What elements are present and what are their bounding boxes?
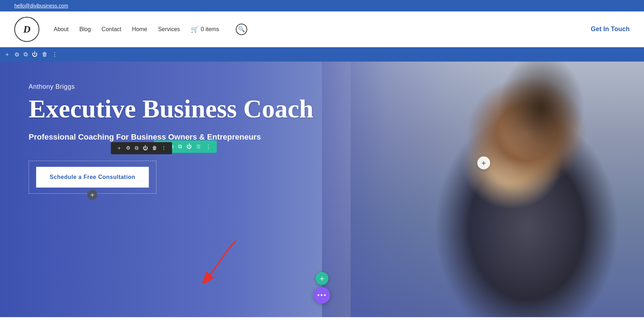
button-edit-toolbar: ＋ ⚙ ⧉ ⏻ 🗑 ⋮ bbox=[111, 142, 172, 154]
cart-button[interactable]: 🛒 0 items bbox=[191, 25, 219, 33]
hero-person-photo bbox=[322, 62, 644, 317]
btn-settings-icon[interactable]: ⚙ bbox=[126, 145, 131, 151]
email-link[interactable]: hello@divibusiness.com bbox=[14, 3, 68, 9]
cart-icon: 🛒 bbox=[191, 25, 199, 33]
module-delete-icon[interactable]: 🗑 bbox=[196, 144, 201, 150]
get-in-touch-link[interactable]: Get In Touch bbox=[591, 25, 630, 33]
navigation: D About Blog Contact Home Services 🛒 0 i… bbox=[0, 11, 644, 47]
add-column-button[interactable]: ＋ bbox=[477, 156, 490, 169]
cart-count: 0 items bbox=[201, 26, 219, 33]
schedule-consultation-button[interactable]: Schedule a Free Consultation bbox=[36, 167, 149, 188]
nav-about[interactable]: About bbox=[54, 26, 69, 33]
hero-section: ＋ ⚙ ⧉ ⏻ 🗑 ⋮ Anthony Briggs Executive Bus… bbox=[0, 62, 644, 317]
row-disable-icon[interactable]: ⏻ bbox=[32, 51, 38, 58]
site-logo[interactable]: D bbox=[14, 17, 39, 42]
btn-delete-icon[interactable]: 🗑 bbox=[152, 145, 157, 151]
more-options-button[interactable]: ••• bbox=[314, 287, 330, 304]
nav-home[interactable]: Home bbox=[132, 26, 147, 33]
row-add-icon[interactable]: ＋ bbox=[4, 51, 10, 58]
nav-contact[interactable]: Contact bbox=[102, 26, 121, 33]
top-bar: hello@divibusiness.com bbox=[0, 0, 644, 11]
nav-blog[interactable]: Blog bbox=[79, 26, 91, 33]
row-edit-toolbar: ＋ ⚙ ⧉ ⏻ 🗑 ⋮ bbox=[0, 47, 644, 62]
hero-button-area: ＋ ⚙ ⧉ ⏻ 🗑 ⋮ Schedule a Free Consultation… bbox=[29, 161, 156, 194]
nav-links: About Blog Contact Home Services 🛒 0 ite… bbox=[54, 24, 630, 35]
row-delete-icon[interactable]: 🗑 bbox=[42, 51, 48, 58]
add-inside-button[interactable]: ＋ bbox=[87, 190, 97, 200]
hero-content: Anthony Briggs Executive Business Coach … bbox=[0, 62, 343, 215]
button-container: Schedule a Free Consultation ＋ bbox=[29, 161, 156, 194]
btn-add-icon[interactable]: ＋ bbox=[117, 145, 122, 151]
btn-more-icon[interactable]: ⋮ bbox=[161, 145, 166, 151]
search-icon: 🔍 bbox=[238, 26, 245, 33]
btn-duplicate-icon[interactable]: ⧉ bbox=[135, 145, 138, 151]
btn-disable-icon[interactable]: ⏻ bbox=[143, 145, 148, 151]
row-more-icon[interactable]: ⋮ bbox=[52, 51, 58, 58]
module-duplicate-icon[interactable]: ⧉ bbox=[178, 144, 182, 150]
logo-letter: D bbox=[23, 24, 30, 35]
search-button[interactable]: 🔍 bbox=[236, 24, 247, 35]
row-settings-icon[interactable]: ⚙ bbox=[14, 51, 19, 58]
hero-person-name: Anthony Briggs bbox=[29, 83, 315, 91]
row-duplicate-icon[interactable]: ⧉ bbox=[24, 51, 28, 58]
add-section-button[interactable]: ＋ bbox=[316, 272, 328, 285]
module-more-icon[interactable]: ⋮ bbox=[206, 144, 211, 150]
person-figure bbox=[351, 62, 644, 317]
module-disable-icon[interactable]: ⏻ bbox=[186, 144, 192, 150]
hero-title: Executive Business Coach bbox=[29, 95, 315, 123]
nav-services[interactable]: Services bbox=[158, 26, 180, 33]
